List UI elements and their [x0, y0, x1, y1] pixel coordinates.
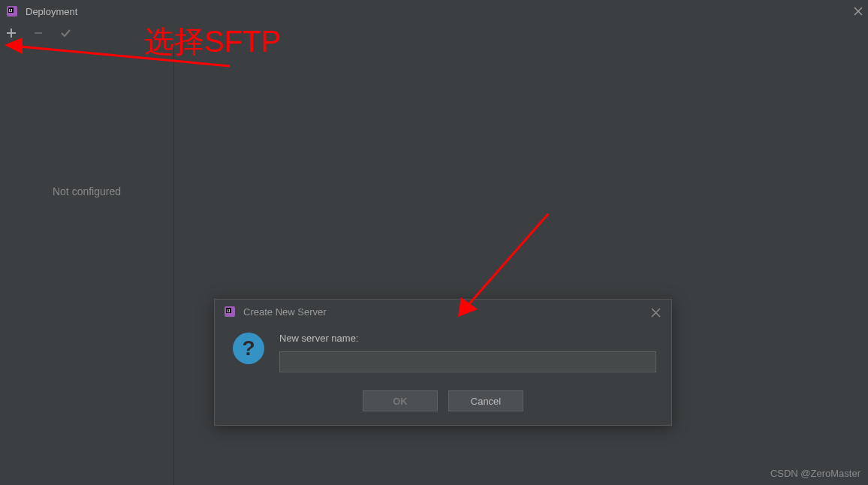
- dialog-buttons: OK Cancel: [215, 378, 671, 425]
- question-icon: ?: [233, 333, 264, 364]
- app-icon: IJ: [6, 5, 18, 17]
- dialog-close-icon[interactable]: [651, 307, 661, 320]
- cancel-button[interactable]: Cancel: [448, 390, 523, 411]
- svg-text:IJ: IJ: [9, 8, 12, 13]
- server-name-label: New server name:: [279, 333, 656, 344]
- dialog-title: Create New Server: [243, 306, 327, 318]
- remove-button[interactable]: [32, 26, 45, 40]
- ok-button[interactable]: OK: [363, 390, 438, 411]
- toolbar: [0, 23, 868, 48]
- svg-text:IJ: IJ: [227, 309, 230, 313]
- dialog-body: ? New server name:: [215, 324, 671, 378]
- add-button[interactable]: [5, 26, 18, 40]
- app-icon: IJ: [224, 306, 236, 318]
- sidebar: Not configured: [0, 48, 174, 485]
- dialog-header: IJ Create New Server: [215, 300, 671, 324]
- empty-state-text: Not configured: [53, 185, 121, 197]
- server-name-input[interactable]: [279, 351, 656, 372]
- window-header: IJ Deployment: [0, 0, 868, 23]
- dialog-form: New server name:: [279, 333, 656, 372]
- create-server-dialog: IJ Create New Server ? New server name: …: [214, 299, 672, 426]
- watermark: CSDN @ZeroMaster: [770, 468, 860, 479]
- annotation-label: 选择SFTP: [144, 21, 281, 62]
- check-button[interactable]: [59, 26, 72, 40]
- window-title: Deployment: [26, 6, 77, 17]
- window-close-icon[interactable]: [853, 6, 863, 20]
